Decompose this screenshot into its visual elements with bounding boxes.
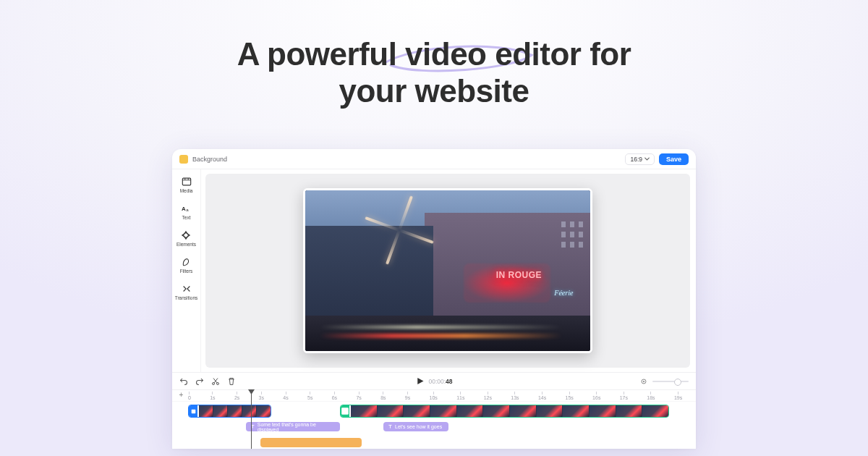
- timeline[interactable]: Some text that's gonna be displayed Let'…: [172, 401, 696, 449]
- svg-text:a: a: [186, 207, 189, 212]
- svg-rect-1: [182, 180, 190, 180]
- elements-icon: [181, 230, 191, 240]
- clip-handle-icon[interactable]: [189, 405, 197, 417]
- chevron-down-icon: [644, 156, 650, 161]
- audio-clip-1[interactable]: [260, 438, 362, 447]
- delete-button[interactable]: [227, 377, 236, 386]
- hero-title-block: A powerful video editor for your website: [0, 0, 868, 109]
- ruler-tick: 15s: [566, 392, 574, 400]
- svg-point-7: [217, 382, 219, 384]
- ruler-tick: 2s: [234, 392, 239, 400]
- ruler-tick: 0: [188, 392, 191, 400]
- ruler-tick: 3s: [259, 392, 264, 400]
- sidebar-item-label: Media: [180, 188, 193, 193]
- zoom-fit-button[interactable]: [639, 377, 648, 386]
- play-button[interactable]: [415, 377, 424, 386]
- playhead[interactable]: [251, 390, 252, 449]
- ruler-tick: 14s: [538, 392, 546, 400]
- audio-track[interactable]: [188, 436, 689, 449]
- ruler-tick: 5s: [307, 392, 312, 400]
- playback-bar: 00:00:48: [172, 372, 696, 389]
- filters-icon: [181, 257, 191, 267]
- ruler-tick: 11s: [456, 392, 464, 400]
- ruler-tick: 9s: [405, 392, 410, 400]
- ruler-tick: 8s: [380, 392, 386, 400]
- ruler-tick: 6s: [332, 392, 337, 400]
- sidebar: Media Aa Text Elements Filters: [172, 169, 201, 372]
- editor-topbar: Background 16:9 Save: [172, 149, 696, 169]
- svg-rect-2: [184, 178, 185, 180]
- current-time: 00:00:: [428, 378, 446, 385]
- text-track[interactable]: Some text that's gonna be displayed Let'…: [188, 421, 689, 434]
- undo-button[interactable]: [179, 377, 188, 386]
- hero-title: A powerful video editor for your website: [237, 36, 631, 109]
- sidebar-item-elements[interactable]: Elements: [176, 230, 196, 247]
- aspect-ratio-dropdown[interactable]: 16:9: [625, 153, 655, 165]
- total-time: 48: [446, 378, 452, 385]
- save-button[interactable]: Save: [659, 153, 689, 165]
- ruler-tick: 7s: [356, 392, 361, 400]
- svg-point-9: [643, 380, 644, 381]
- editor-window: Background 16:9 Save Media Aa Text: [172, 149, 696, 449]
- ruler-tick: 18s: [647, 392, 655, 400]
- svg-rect-3: [187, 178, 188, 180]
- redo-button[interactable]: [195, 377, 204, 386]
- svg-rect-0: [182, 178, 190, 185]
- ruler-tick: 10s: [430, 392, 438, 400]
- text-clip-2[interactable]: Let's see how it goes: [383, 422, 448, 431]
- svg-text:A: A: [182, 206, 186, 212]
- aspect-ratio-value: 16:9: [630, 156, 642, 163]
- video-clip-1[interactable]: [188, 405, 271, 418]
- video-preview[interactable]: IN ROUGE Féerie: [303, 188, 592, 353]
- text-icon: Aa: [182, 203, 192, 214]
- background-label: Background: [192, 156, 227, 163]
- topbar-left: Background: [179, 155, 227, 164]
- text-clip-label: Let's see how it goes: [395, 424, 442, 429]
- sidebar-item-media[interactable]: Media: [180, 177, 193, 193]
- svg-rect-10: [191, 409, 195, 413]
- ruler-tick: 4s: [283, 392, 288, 400]
- ruler-tick: 12s: [484, 392, 492, 400]
- ruler-tick: 19s: [674, 392, 682, 400]
- svg-rect-11: [341, 408, 349, 415]
- zoom-slider[interactable]: [652, 381, 689, 382]
- sidebar-item-text[interactable]: Aa Text: [182, 203, 192, 220]
- video-track[interactable]: [188, 405, 689, 418]
- ruler-tick: 16s: [592, 392, 600, 400]
- add-track-button[interactable]: +: [177, 392, 185, 400]
- text-clip-label: Some text that's gonna be displayed: [258, 422, 336, 431]
- ruler-tick: 13s: [511, 392, 519, 400]
- cut-button[interactable]: [211, 377, 220, 386]
- feerie-sign-text: Féerie: [554, 289, 573, 297]
- background-color-chip[interactable]: [179, 155, 188, 164]
- sidebar-item-label: Elements: [176, 242, 196, 247]
- sidebar-item-filters[interactable]: Filters: [180, 257, 193, 274]
- clip-handle-icon[interactable]: [341, 405, 349, 417]
- ruler-tick: 17s: [620, 392, 628, 400]
- text-clip-icon: [388, 424, 393, 429]
- ruler-tick: 1s: [210, 392, 215, 400]
- playback-time: 00:00:48: [428, 378, 452, 385]
- sidebar-item-transitions[interactable]: Transitions: [175, 284, 198, 300]
- transitions-icon: [182, 284, 192, 294]
- sidebar-item-label: Text: [182, 215, 191, 220]
- canvas-area[interactable]: IN ROUGE Féerie: [205, 174, 690, 368]
- sidebar-item-label: Filters: [180, 269, 193, 274]
- hero-title-line2: your website: [339, 73, 529, 109]
- sidebar-item-label: Transitions: [175, 295, 198, 300]
- topbar-right: 16:9 Save: [625, 153, 689, 165]
- windmill-graphic: [374, 203, 425, 254]
- hero-title-line1: A powerful video editor for: [237, 36, 631, 72]
- editor-body: Media Aa Text Elements Filters: [172, 169, 696, 372]
- video-clip-2[interactable]: [340, 405, 669, 418]
- svg-point-6: [213, 382, 215, 384]
- text-clip-1[interactable]: Some text that's gonna be displayed: [246, 422, 340, 431]
- media-icon: [182, 177, 192, 187]
- neon-sign-text: IN ROUGE: [496, 270, 542, 280]
